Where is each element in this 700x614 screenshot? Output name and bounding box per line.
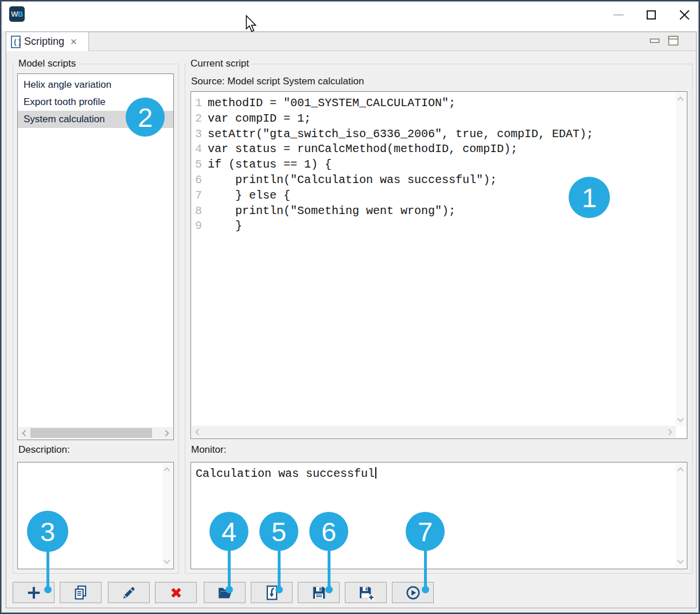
line-number: 4 xyxy=(195,142,203,157)
callout-1: 1 xyxy=(569,177,610,218)
scrollbar-thumb[interactable] xyxy=(30,428,152,438)
save-as-script-button[interactable] xyxy=(345,582,387,603)
line-number: 1 xyxy=(195,96,203,111)
editor-vertical-scrollbar[interactable] xyxy=(676,92,686,426)
scroll-up-icon[interactable] xyxy=(164,467,170,473)
app-logo-letter-w: W xyxy=(11,10,18,18)
callout-3-leader xyxy=(46,549,49,589)
callout-5-dot xyxy=(275,586,283,593)
description-vertical-scrollbar[interactable] xyxy=(162,463,173,568)
title-bar: WB xyxy=(2,2,698,31)
code-text: setAttr("gta_switch_iso_6336_2006", true… xyxy=(208,127,593,142)
delete-script-button[interactable] xyxy=(155,582,197,603)
line-number: 2 xyxy=(195,111,203,127)
list-horizontal-scrollbar[interactable] xyxy=(18,427,173,439)
script-editor[interactable]: 1 methodID = "001_SYSTEM_CALCULATION"; 2… xyxy=(190,91,687,439)
list-item-label: Export tooth profile xyxy=(24,96,106,107)
tab-label: Scripting xyxy=(24,36,64,48)
save-script-button[interactable] xyxy=(298,582,340,603)
callout-6: 6 xyxy=(309,512,348,551)
script-file-icon: () xyxy=(11,36,21,48)
callout-7-leader xyxy=(424,549,427,589)
callout-6-leader xyxy=(328,549,330,589)
import-script-button[interactable] xyxy=(251,582,293,603)
delete-x-icon xyxy=(168,584,185,601)
tab-bar: () Scripting ✕ xyxy=(6,32,696,51)
scroll-left-icon[interactable] xyxy=(22,430,28,436)
scroll-right-icon[interactable] xyxy=(162,430,169,436)
callout-3-dot xyxy=(44,586,52,593)
scroll-up-icon[interactable] xyxy=(677,96,683,103)
callout-number: 2 xyxy=(138,102,153,133)
scroll-down-icon[interactable] xyxy=(164,557,170,564)
code-line[interactable]: 9 } xyxy=(195,219,676,234)
callout-number: 3 xyxy=(40,516,55,547)
monitor-label: Monitor: xyxy=(191,444,226,456)
code-line[interactable]: 1 methodID = "001_SYSTEM_CALCULATION"; xyxy=(195,96,676,111)
save-icon xyxy=(310,584,328,601)
code-line[interactable]: 2 var compID = 1; xyxy=(195,111,676,127)
callout-4-leader xyxy=(228,549,231,589)
callout-4: 4 xyxy=(209,512,248,551)
callout-number: 6 xyxy=(321,516,336,547)
app-window: WB () Scripting ✕ xyxy=(0,0,700,614)
code-text: var compID = 1; xyxy=(208,111,311,127)
pencil-icon xyxy=(120,584,138,601)
callout-3: 3 xyxy=(27,511,68,552)
mouse-cursor xyxy=(244,15,258,33)
tab-scripting[interactable]: () Scripting ✕ xyxy=(6,32,89,51)
code-text: } xyxy=(208,219,242,234)
duplicate-script-button[interactable] xyxy=(60,582,102,603)
code-line[interactable]: 4 var status = runCalcMethod(methodID, c… xyxy=(195,142,676,157)
callout-7-dot xyxy=(422,586,429,593)
description-label: Description: xyxy=(18,444,70,456)
callout-number: 5 xyxy=(271,516,286,547)
callout-number: 1 xyxy=(582,182,597,213)
maximize-view-icon[interactable] xyxy=(668,36,679,46)
callout-5: 5 xyxy=(259,512,298,551)
window-maximize-icon[interactable] xyxy=(647,10,656,20)
code-line[interactable]: 3 setAttr("gta_switch_iso_6336_2006", tr… xyxy=(195,127,676,142)
code-text: if (status == 1) { xyxy=(208,157,332,173)
edit-script-button[interactable] xyxy=(108,582,150,603)
window-close-icon[interactable] xyxy=(679,9,690,21)
save-as-icon xyxy=(357,584,375,601)
run-icon xyxy=(405,584,422,601)
callout-7: 7 xyxy=(406,512,445,551)
callout-5-leader xyxy=(278,549,281,589)
open-script-button[interactable] xyxy=(204,582,246,603)
plus-icon xyxy=(25,584,42,601)
tab-close-icon[interactable]: ✕ xyxy=(70,37,77,46)
current-script-group-label: Current script xyxy=(188,58,252,69)
code-text: var status = runCalcMethod(methodID, com… xyxy=(208,142,518,157)
line-number: 9 xyxy=(195,219,203,234)
minimize-view-icon[interactable] xyxy=(650,38,660,44)
list-item[interactable]: Helix angle variation xyxy=(18,76,173,94)
monitor-vertical-scrollbar[interactable] xyxy=(676,463,686,568)
copy-icon xyxy=(72,584,90,601)
app-logo-letter-b: B xyxy=(18,10,23,18)
editor-horizontal-scrollbar[interactable] xyxy=(192,426,676,438)
code-line[interactable]: 5 if (status == 1) { xyxy=(195,157,676,173)
window-minimize-icon[interactable] xyxy=(613,14,624,15)
scroll-right-icon[interactable] xyxy=(666,429,672,435)
text-caret xyxy=(375,467,376,479)
line-number: 3 xyxy=(195,127,203,142)
svg-text:(): () xyxy=(13,38,21,46)
scroll-up-icon[interactable] xyxy=(677,467,683,473)
model-scripts-group-label: Model scripts xyxy=(15,58,79,69)
code-text: println("Calculation was successful"); xyxy=(208,173,497,188)
callout-4-dot xyxy=(225,586,233,593)
app-logo-icon: WB xyxy=(9,6,25,22)
scroll-down-icon[interactable] xyxy=(677,557,683,564)
callout-6-dot xyxy=(325,586,333,593)
callout-number: 7 xyxy=(418,516,433,547)
source-label: Source: Model script System calculation xyxy=(191,76,364,87)
callout-number: 4 xyxy=(221,516,236,547)
monitor-textarea[interactable]: Calculation was successful xyxy=(190,462,687,569)
scroll-down-icon[interactable] xyxy=(677,415,683,422)
scroll-left-icon[interactable] xyxy=(195,429,201,435)
line-number: 6 xyxy=(195,173,203,188)
line-number: 8 xyxy=(195,204,203,219)
monitor-value: Calculation was successful xyxy=(196,467,375,480)
